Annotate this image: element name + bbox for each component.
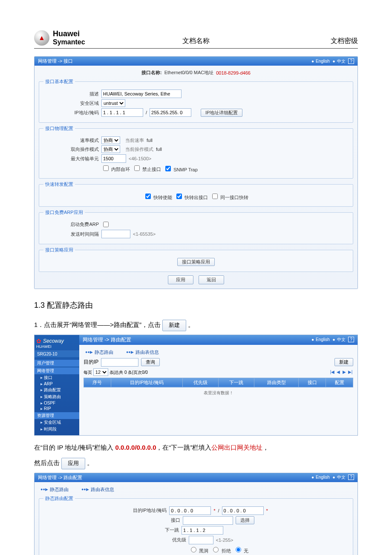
- ip-input[interactable]: [101, 108, 143, 117]
- back-button[interactable]: 返回: [199, 275, 224, 284]
- search-button[interactable]: 查询: [141, 358, 160, 366]
- para-apply: 然后点击 应用 。: [34, 457, 358, 469]
- breadcrumb: 网络管理 -> 接口: [38, 58, 73, 64]
- mask-input[interactable]: [150, 108, 191, 117]
- logo-line2: Symantec: [53, 38, 85, 46]
- nexthop-input[interactable]: [182, 526, 223, 535]
- tree-policy-route[interactable]: 策略路由: [35, 393, 79, 400]
- dst-ip-input[interactable]: [169, 506, 211, 515]
- dest-ip-input[interactable]: [101, 358, 138, 367]
- dst-mask-input[interactable]: [222, 506, 264, 515]
- logo-icon: ▲: [34, 30, 49, 46]
- device-name: SRG20-10: [35, 351, 79, 357]
- doc-header: ▲ Huawei Symantec 文档名称 文档密级: [34, 30, 358, 49]
- tab-static-route[interactable]: ●●▶静态路由: [85, 349, 113, 356]
- tree-ospf[interactable]: OSPF: [35, 400, 79, 406]
- logo-line1: Huawei: [53, 30, 85, 38]
- doc-title: 文档名称: [142, 37, 250, 46]
- tree-res-mgmt[interactable]: 资源管理: [35, 412, 79, 419]
- radio-reject[interactable]: [213, 547, 219, 552]
- lang-switch[interactable]: ●English ●中文 ?: [310, 474, 354, 480]
- tree-user-mgmt[interactable]: 用户管理: [35, 360, 79, 367]
- last-page-icon: ▶|: [347, 370, 353, 374]
- first-page-icon: |◀: [329, 370, 335, 374]
- prev-page-icon: ◀: [335, 370, 341, 374]
- chk-fast-same[interactable]: [212, 194, 218, 199]
- tab-static-route[interactable]: ●●▶静态路由: [40, 486, 69, 493]
- empty-row: 表里没有数据！: [84, 387, 353, 399]
- mac-address: 0018-8299-d466: [216, 70, 251, 75]
- priority-input[interactable]: [189, 536, 213, 544]
- group-basic: 接口基本配置 描述 安全区域 untrust IP地址/掩码 / IP地址详细配…: [39, 78, 353, 123]
- chk-fast-out[interactable]: [176, 194, 182, 199]
- group-static-route: 静态路由配置 目的IP地址/掩码 */ * 接口 选择 下一跳: [39, 495, 353, 555]
- iface-name-label: 接口名称:: [141, 69, 162, 76]
- nav-tree[interactable]: 用户管理 网络管理 接口 ARP 路由配置 策略路由 OSPF RIP 资源管理…: [35, 357, 79, 435]
- ip-detail-button[interactable]: IP地址详细配置: [201, 109, 242, 117]
- breadcrumb: 网络管理 -> 路由配置: [38, 474, 82, 481]
- tab-route-table[interactable]: ●●▶路由表信息: [126, 349, 159, 356]
- apply-button[interactable]: 应用: [168, 275, 193, 284]
- flower-icon: ✿: [36, 338, 41, 344]
- new-button-inline[interactable]: 新建: [162, 320, 186, 331]
- tab-route-table[interactable]: ●●▶路由表信息: [81, 486, 114, 493]
- tree-interface[interactable]: 接口: [35, 374, 79, 381]
- group-fast-forward: 快速转发配置 快转使能 快转出接口 同一接口快转: [39, 181, 353, 207]
- help-icon[interactable]: ?: [348, 337, 354, 342]
- doc-security-level: 文档密级: [250, 37, 358, 46]
- iface-policy-button[interactable]: 接口策略应用: [177, 258, 215, 266]
- para-ipmask: 在“目的 IP 地址/掩码”栏输入 0.0.0.0/0.0.0.0，在“下一跳”…: [34, 442, 358, 454]
- chk-start-arp[interactable]: [103, 222, 109, 227]
- chk-disable-iface[interactable]: [134, 165, 140, 171]
- page-size-select[interactable]: 12: [93, 368, 108, 376]
- tree-net-mgmt[interactable]: 网络管理: [35, 367, 79, 374]
- iface-name-value: Ethernet0/0/0 MAC地址: [164, 69, 214, 76]
- zone-select[interactable]: untrust: [101, 99, 125, 107]
- logo: ▲ Huawei Symantec: [34, 30, 142, 46]
- help-icon[interactable]: ?: [348, 58, 354, 64]
- tree-rip[interactable]: RIP: [35, 406, 79, 411]
- screenshot-static-route-form: 网络管理 -> 路由配置 ●English ●中文 ? ●●▶静态路由 ●●▶路…: [34, 473, 358, 555]
- apply-button-inline[interactable]: 应用: [61, 458, 85, 469]
- desc-input[interactable]: [101, 90, 182, 98]
- chk-snmp-trap[interactable]: [165, 166, 171, 171]
- breadcrumb: 网络管理 -> 路由配置: [83, 336, 131, 344]
- rate-select[interactable]: 协商: [101, 136, 120, 144]
- lang-switch[interactable]: ●English ●中文 ?: [310, 337, 354, 343]
- chk-loopback[interactable]: [103, 165, 109, 171]
- tree-time-seg[interactable]: 时间段: [35, 426, 79, 433]
- mtu-input[interactable]: [101, 154, 126, 163]
- screenshot-interface-config: 网络管理 -> 接口 ●English ●中文 ? 接口名称: Ethernet…: [34, 56, 358, 289]
- radio-none[interactable]: [236, 547, 241, 552]
- section-title: 1.3 配置静态路由: [34, 300, 358, 310]
- route-table: 序号 目的IP地址/掩码 优先级 下一跳 路由类型 接口 配置 表里没有数据！: [84, 378, 353, 399]
- lang-switch[interactable]: ●English ●中文 ?: [310, 58, 354, 64]
- group-free-arp: 接口免费ARP应用 启动免费ARP 发送时间间隔 <1-65535>: [39, 209, 353, 244]
- select-iface-button[interactable]: 选择: [236, 516, 254, 524]
- step-1: 1．点击展开“网络管理——>路由配置”，点击 新建 。: [34, 319, 358, 331]
- screenshot-route-list: ✿ Secoway HUAWEI SRG20-10 用户管理 网络管理 接口 A…: [34, 335, 358, 436]
- group-policy: 接口策略应用 接口策略应用: [39, 247, 353, 272]
- pager-nav[interactable]: |◀◀▶▶|: [329, 370, 353, 374]
- arp-interval-input[interactable]: [101, 230, 130, 238]
- help-icon[interactable]: ?: [348, 474, 354, 480]
- duplex-select[interactable]: 协商: [101, 145, 120, 153]
- radio-blackhole[interactable]: [191, 547, 196, 552]
- next-page-icon: ▶: [341, 370, 347, 374]
- chk-fast-enable[interactable]: [145, 194, 151, 199]
- new-button[interactable]: 新建: [334, 358, 353, 366]
- iface-input[interactable]: [183, 516, 233, 525]
- tree-route-cfg[interactable]: 路由配置: [35, 387, 79, 393]
- group-physical: 接口物理配置 速率模式 协商 当前速率 full 双向操作模式 协商 当前操作模…: [39, 125, 353, 179]
- tree-arp[interactable]: ARP: [35, 381, 79, 387]
- sidebar: ✿ Secoway HUAWEI SRG20-10 用户管理 网络管理 接口 A…: [35, 335, 79, 435]
- tree-sec-zone[interactable]: 安全区域: [35, 419, 79, 426]
